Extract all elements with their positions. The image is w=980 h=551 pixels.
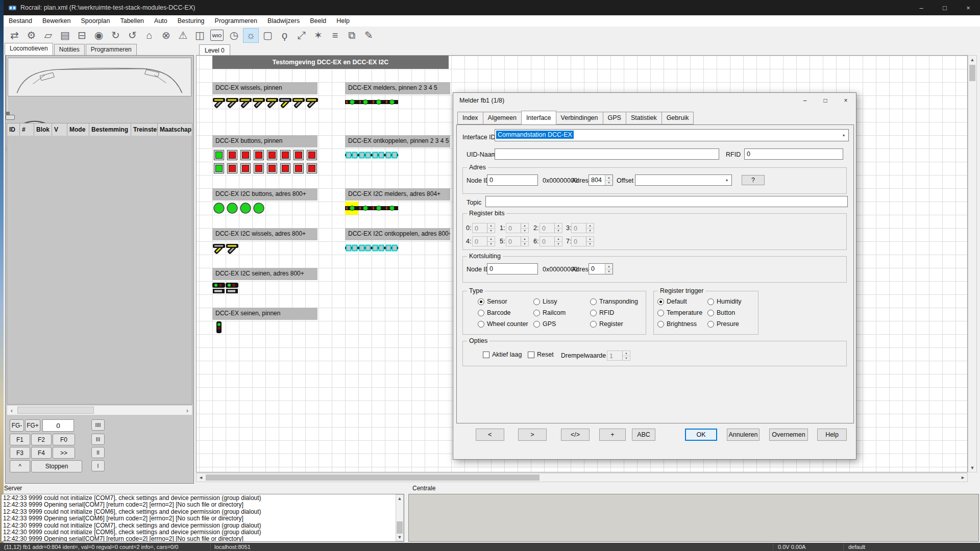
plan-symbol-btn[interactable] — [252, 148, 265, 162]
scroll-thumb[interactable] — [206, 474, 540, 481]
fn-button-f1[interactable]: F1 — [10, 434, 30, 445]
plan-symbol-sensor[interactable] — [345, 202, 358, 215]
column-header-treinstel[interactable]: Treinstel — [131, 123, 158, 136]
speed-slider-track[interactable] — [6, 56, 7, 112]
trigger-option-humidity[interactable]: Humidity — [707, 297, 742, 306]
dialog-tab-index[interactable]: Index — [457, 112, 483, 124]
plan-symbol-btn[interactable] — [239, 162, 252, 175]
plan-symbol-decoupler[interactable] — [372, 241, 385, 255]
plan-symbol-rbtn[interactable] — [212, 202, 226, 215]
dialog-close-icon[interactable]: × — [836, 93, 856, 108]
ok-button[interactable]: OK — [685, 429, 717, 441]
power-lamp-icon[interactable]: ☼ — [243, 28, 259, 43]
trigger-option-brightness[interactable]: Brightness — [657, 320, 697, 328]
undo-icon[interactable]: ↺ — [125, 28, 140, 43]
kortsluiting-adres-spinner[interactable]: 0▲▼ — [589, 263, 613, 274]
spinner-arrows[interactable]: ▲▼ — [487, 223, 495, 233]
alert-icon[interactable]: ⚠ — [175, 28, 191, 43]
type-option-register[interactable]: Register — [590, 320, 623, 328]
trigger-option-button[interactable]: Button — [707, 309, 735, 317]
plan-symbol-btn[interactable] — [292, 162, 305, 175]
scroll-thumb[interactable] — [969, 65, 975, 81]
zoom-icon[interactable]: ϙ — [277, 28, 292, 43]
aktief-laag-checkbox[interactable]: Aktief laag — [483, 350, 522, 359]
emergency-stop-icon[interactable]: ⊗ — [158, 28, 174, 43]
plan-symbol-btn[interactable] — [265, 162, 279, 175]
spin-up-icon[interactable]: ▲ — [605, 264, 612, 269]
scroll-down-icon[interactable]: ▼ — [968, 464, 976, 472]
spin-up-icon[interactable]: ▲ — [487, 237, 495, 242]
spinner-arrows[interactable]: ▲▼ — [521, 237, 528, 246]
spin-down-icon[interactable]: ▼ — [586, 229, 594, 233]
spin-down-icon[interactable]: ▼ — [605, 181, 612, 186]
fullscreen-icon[interactable]: ⤢ — [293, 28, 309, 43]
step-button-2[interactable]: III — [91, 434, 105, 445]
scroll-up-icon[interactable]: ▲ — [968, 56, 976, 64]
nav-button-3[interactable]: + — [599, 429, 626, 441]
plan-symbol-btn[interactable] — [292, 148, 305, 162]
plan-symbol-turnout[interactable] — [226, 95, 239, 109]
plan-symbol-btn[interactable] — [239, 148, 252, 162]
dialog-tab-statistiek[interactable]: Statistiek — [626, 112, 662, 124]
spin-down-icon[interactable]: ▼ — [605, 269, 612, 274]
plan-symbol-rbtn[interactable] — [226, 202, 239, 215]
menu-bewerken[interactable]: Bewerken — [37, 15, 76, 27]
trigger-option-temperature[interactable]: Temperature — [657, 309, 702, 317]
plan-symbol-btn[interactable] — [279, 162, 292, 175]
print-icon[interactable]: ⊟ — [74, 28, 90, 43]
server-log-panel[interactable]: 12:42:33 9999 could not initialize [COM7… — [1, 494, 404, 542]
type-option-railcom[interactable]: Railcom — [533, 309, 566, 317]
fn-button-f0[interactable]: F0 — [53, 434, 75, 445]
stop-button[interactable]: Stoppen — [31, 460, 82, 472]
overnemen-button[interactable]: Overnemen — [769, 429, 808, 441]
fn-button-item[interactable]: >> — [53, 447, 75, 459]
step-button-1[interactable]: IIII — [91, 419, 105, 431]
column-header-v[interactable]: V — [52, 123, 67, 136]
type-option-lissy[interactable]: Lissy — [533, 297, 557, 306]
plan-h-scrollbar[interactable]: ◄ ► — [196, 473, 968, 482]
fn-button-f3[interactable]: F3 — [10, 447, 30, 459]
menu-tabellen[interactable]: Tabellen — [115, 15, 149, 27]
menu-bestand[interactable]: Bestand — [4, 15, 37, 27]
edit-notes-icon[interactable]: ✎ — [361, 28, 377, 43]
spin-down-icon[interactable]: ▼ — [521, 229, 528, 233]
plan-symbol-rbtn[interactable] — [239, 202, 252, 215]
scroll-thumb[interactable] — [17, 407, 94, 414]
column-header-item[interactable]: # — [20, 123, 34, 136]
power-icon[interactable]: ◉ — [91, 28, 107, 43]
type-option-transponding[interactable]: Transponding — [590, 297, 638, 306]
type-option-wheel-counter[interactable]: Wheel counter — [478, 320, 528, 328]
chevron-down-icon[interactable]: ▼ — [723, 176, 731, 185]
plan-symbol-decoupler[interactable] — [385, 241, 398, 255]
uid-naam-field[interactable] — [495, 148, 719, 160]
plan-symbol-btn[interactable] — [279, 148, 292, 162]
scroll-right-icon[interactable]: ► — [959, 473, 967, 482]
spin-down-icon[interactable]: ▼ — [555, 229, 562, 233]
properties-list-icon[interactable]: ≡ — [327, 28, 343, 43]
column-header-maatschap[interactable]: Maatschap — [158, 123, 192, 136]
plan-symbol-btn[interactable] — [305, 162, 318, 175]
save-icon[interactable]: ▤ — [57, 28, 73, 43]
spinner-arrows[interactable]: ▲▼ — [586, 223, 594, 233]
step-button-4[interactable]: I — [91, 460, 105, 471]
trigger-option-default[interactable]: Default — [657, 297, 687, 306]
plan-v-scrollbar[interactable]: ▲ ▼ — [968, 55, 977, 472]
menu-help[interactable]: Help — [331, 15, 355, 27]
reset-checkbox[interactable]: Reset — [528, 350, 554, 359]
dialog-minimize-icon[interactable]: – — [795, 93, 815, 108]
spin-up-icon[interactable]: ▲ — [623, 351, 630, 356]
dialog-tab-gps[interactable]: GPS — [603, 112, 626, 124]
type-option-barcode[interactable]: Barcode — [478, 309, 511, 317]
column-header-bestemming[interactable]: Bestemming — [89, 123, 131, 136]
topic-field[interactable] — [485, 196, 848, 207]
maximize-icon[interactable]: □ — [933, 0, 957, 15]
spin-down-icon[interactable]: ▼ — [521, 242, 528, 246]
speed-slider-handle[interactable] — [6, 115, 15, 120]
spinner-arrows[interactable]: ▲▼ — [554, 223, 562, 233]
plan-symbol-btn[interactable] — [305, 148, 318, 162]
plan-symbol-sensor[interactable] — [385, 202, 398, 215]
menu-bladwijzers[interactable]: Bladwijzers — [262, 15, 305, 27]
scroll-right-icon[interactable]: › — [183, 406, 192, 415]
spinner-arrows[interactable]: ▲▼ — [554, 237, 562, 246]
plan-symbol-turnout[interactable] — [239, 95, 252, 109]
